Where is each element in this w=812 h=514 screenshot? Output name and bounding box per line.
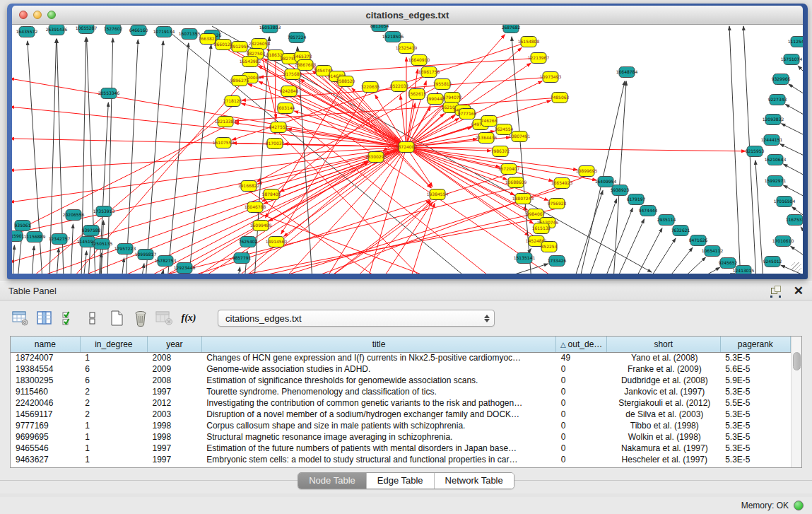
red-edge[interactable] (325, 199, 437, 274)
cell-short[interactable]: Franke et al. (2009) (606, 363, 720, 375)
table-row[interactable]: 946554611997Estimation of the future num… (11, 443, 791, 454)
cell-name[interactable]: 18724007 (11, 352, 80, 363)
graph-node[interactable]: 7485063 (551, 93, 570, 103)
graph-node[interactable]: 10899695 (576, 166, 598, 177)
red-edge[interactable] (353, 201, 431, 274)
cell-short[interactable]: Hescheler et al. (1997) (606, 454, 720, 465)
column-header-pagerank[interactable]: pagerank (720, 337, 790, 352)
graph-node[interactable]: 10654112 (702, 246, 724, 257)
graph-node[interactable]: 8170037 (266, 139, 285, 149)
graph-node[interactable]: 12342757 (49, 234, 71, 245)
cell-short[interactable]: Stergiakouli et al. (2012) (606, 397, 720, 409)
red-edge[interactable] (12, 147, 406, 202)
black-edge[interactable] (32, 246, 34, 274)
cell-name[interactable]: 9463627 (11, 454, 80, 465)
graph-node[interactable]: 1562615 (408, 89, 427, 100)
show-column-icon[interactable] (34, 308, 55, 328)
cell-year[interactable]: 1997 (147, 443, 201, 454)
column-header-short[interactable]: short (606, 337, 720, 352)
graph-node[interactable]: 26391436 (46, 25, 68, 35)
cell-pagerank[interactable]: 5.3E-5 (720, 409, 790, 420)
graph-node[interactable]: 15218506 (382, 32, 404, 42)
red-edge[interactable] (12, 127, 225, 234)
graph-node[interactable]: 15720407 (498, 164, 520, 175)
graph-node[interactable]: 1990448 (426, 94, 445, 105)
graph-node[interactable]: 12213967 (528, 53, 550, 64)
graph-node[interactable]: 9756928 (548, 199, 567, 209)
resize-grip-icon[interactable] (792, 262, 801, 272)
black-edge[interactable] (146, 41, 163, 274)
graph-node[interactable]: 7632621 (671, 226, 690, 236)
black-edge[interactable] (798, 66, 803, 78)
graph-node[interactable]: 18300295 (365, 152, 387, 163)
select-columns-icon[interactable] (58, 308, 79, 328)
graph-node[interactable]: 5938923 (611, 185, 630, 196)
red-edge[interactable] (325, 147, 406, 274)
graph-node[interactable]: 9245652 (719, 258, 738, 269)
graph-node[interactable]: 12093832 (763, 115, 784, 125)
cell-out_degree[interactable]: 0 (556, 363, 607, 375)
cell-year[interactable]: 2012 (147, 397, 201, 409)
graph-node[interactable]: 18807243 (512, 194, 534, 204)
graph-node[interactable]: 2935114 (657, 215, 676, 226)
black-edge[interactable] (666, 247, 693, 274)
cell-title[interactable]: Genome-wide association studies in ADHD. (201, 363, 556, 375)
table-scrollbar[interactable] (791, 337, 801, 467)
graph-node[interactable]: 16071355 (179, 29, 201, 40)
cell-in_degree[interactable]: 2 (80, 409, 147, 420)
cell-pagerank[interactable]: 5.3E-5 (720, 386, 790, 397)
black-edge[interactable] (141, 264, 144, 274)
graph-node[interactable]: 17353913 (93, 206, 115, 217)
graph-node[interactable]: 2588520 (336, 76, 355, 87)
graph-node[interactable]: 14914560 (266, 237, 288, 247)
network-canvas[interactable]: 1643557226391436106552871527602646616010… (12, 25, 803, 274)
graph-node[interactable]: 10688609 (505, 177, 527, 188)
table-row[interactable]: 946362711997Embryonic stem cells: a mode… (11, 454, 791, 465)
graph-node[interactable]: 2718126 (223, 96, 242, 107)
graph-node[interactable]: 16961758 (418, 67, 440, 78)
black-edge[interactable] (71, 224, 73, 274)
graph-node[interactable]: 1167533 (786, 215, 803, 226)
column-header-out_degree[interactable]: △out_de… (556, 337, 607, 352)
black-edge[interactable] (785, 104, 803, 118)
tab-node-table[interactable]: Node Table (298, 473, 367, 489)
graph-node[interactable]: 16154808 (518, 37, 540, 47)
cell-name[interactable]: 9465546 (11, 443, 80, 454)
table-row[interactable]: 1938455462009Genome-wide association stu… (11, 363, 791, 375)
graph-node[interactable]: 9474444 (639, 206, 658, 216)
graph-node[interactable]: 3220635 (361, 82, 380, 93)
cell-short[interactable]: Nakamura et al. (1997) (606, 443, 720, 454)
graph-node[interactable]: 16210643 (765, 155, 787, 165)
table-mode-icon[interactable] (10, 308, 31, 328)
graph-node[interactable]: 12325419 (396, 43, 418, 54)
cell-title[interactable]: Embryonic stem cells: a model to study s… (201, 454, 556, 465)
cell-out_degree[interactable]: 0 (556, 375, 607, 386)
black-edge[interactable] (613, 81, 626, 274)
table-selector-dropdown[interactable]: citations_edges.txt (218, 310, 495, 327)
red-edge[interactable] (410, 203, 435, 274)
cell-year[interactable]: 2008 (147, 375, 201, 386)
cell-out_degree[interactable]: 0 (556, 431, 607, 443)
cell-name[interactable]: 9777169 (11, 420, 80, 431)
column-header-name[interactable]: name (11, 337, 80, 352)
black-edge[interactable] (696, 267, 720, 274)
graph-node[interactable]: 21364436 (476, 133, 498, 144)
red-edge[interactable] (401, 95, 406, 147)
black-edge[interactable] (791, 246, 803, 259)
graph-node[interactable]: 12505135 (91, 239, 113, 250)
graph-node[interactable]: 5878405 (262, 189, 281, 200)
cell-out_degree[interactable]: 0 (556, 420, 607, 431)
graph-node[interactable]: 18724007 (396, 142, 418, 153)
black-edge[interactable] (780, 144, 803, 158)
graph-node[interactable]: 8427552 (269, 122, 288, 133)
graph-node[interactable]: 6466160 (129, 25, 148, 36)
graph-node[interactable]: 19384554 (427, 189, 449, 200)
cell-name[interactable]: 18300295 (11, 375, 80, 386)
cell-in_degree[interactable]: 6 (80, 363, 147, 375)
graph-node[interactable]: 17016504 (774, 197, 796, 207)
scrollbar-thumb[interactable] (793, 352, 801, 370)
graph-node[interactable]: 12444151 (761, 135, 783, 146)
graph-node[interactable]: 9175685 (283, 69, 302, 80)
cell-title[interactable]: Changes of HCN gene expression and I(f) … (201, 352, 556, 363)
graph-node[interactable]: 8471626 (689, 235, 708, 246)
